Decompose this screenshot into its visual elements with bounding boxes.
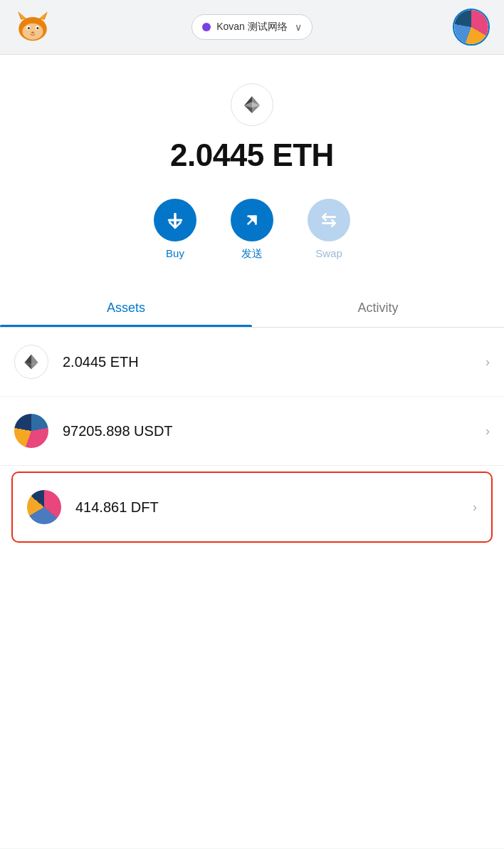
- buy-button[interactable]: [154, 199, 196, 241]
- network-selector[interactable]: Kovan 测试网络 ∨: [191, 14, 313, 40]
- swap-action[interactable]: Swap: [308, 199, 350, 261]
- svg-point-5: [22, 24, 43, 40]
- chevron-down-icon: ∨: [295, 21, 302, 33]
- usdt-chevron-icon: ›: [485, 424, 490, 439]
- send-label: 发送: [241, 247, 263, 261]
- usdt-token-icon: [14, 414, 48, 448]
- svg-point-10: [31, 32, 34, 34]
- asset-list: 2.0445 ETH › 97205.898 USDT › 414.861 DF…: [0, 328, 504, 543]
- tab-assets[interactable]: Assets: [0, 289, 252, 327]
- metamask-logo[interactable]: [14, 9, 51, 46]
- dft-asset-amount: 414.861 DFT: [75, 499, 159, 516]
- eth-asset-amount: 2.0445 ETH: [63, 354, 139, 370]
- asset-row-eth[interactable]: 2.0445 ETH ›: [0, 328, 504, 397]
- svg-point-8: [28, 27, 30, 29]
- buy-action[interactable]: Buy: [154, 199, 196, 261]
- eth-main-icon-wrapper: [0, 55, 504, 126]
- main-content: 2.0445 ETH Buy 发送: [0, 55, 504, 848]
- network-status-dot: [202, 23, 211, 31]
- avatar-color-circle: [454, 10, 488, 44]
- swap-button[interactable]: [308, 199, 350, 241]
- send-button[interactable]: [231, 199, 273, 241]
- eth-token-icon: [14, 345, 48, 379]
- tabs-container: Assets Activity: [0, 289, 504, 328]
- dft-token-icon: [27, 490, 61, 524]
- eth-main-icon: [231, 83, 273, 126]
- header: Kovan 测试网络 ∨: [0, 0, 504, 55]
- tab-activity[interactable]: Activity: [252, 289, 504, 327]
- network-label: Kovan 测试网络: [216, 21, 288, 33]
- asset-row-dft[interactable]: 414.861 DFT ›: [11, 472, 493, 543]
- actions-row: Buy 发送 Swap: [0, 199, 504, 261]
- swap-label: Swap: [315, 247, 342, 259]
- send-action[interactable]: 发送: [231, 199, 273, 261]
- usdt-asset-amount: 97205.898 USDT: [63, 423, 173, 439]
- dft-chevron-icon: ›: [473, 500, 477, 515]
- balance-amount: 2.0445 ETH: [170, 137, 334, 172]
- eth-chevron-icon: ›: [485, 355, 490, 370]
- account-avatar[interactable]: [453, 9, 490, 46]
- svg-point-9: [36, 27, 38, 29]
- buy-label: Buy: [166, 247, 184, 259]
- asset-row-usdt[interactable]: 97205.898 USDT ›: [0, 397, 504, 466]
- balance-section: 2.0445 ETH: [0, 137, 504, 173]
